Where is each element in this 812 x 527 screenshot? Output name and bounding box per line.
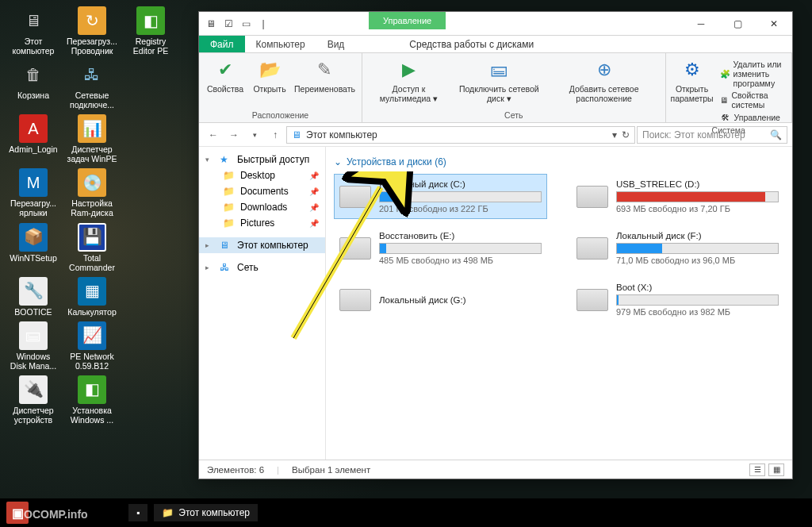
nav-quick-item[interactable]: 📁Desktop📌 [199, 167, 325, 183]
icon-label: Установка Windows ... [67, 406, 117, 425]
drive-item[interactable]: Boot (X:)979 МБ свободно из 982 МБ [571, 277, 784, 322]
icon-label: Windows Disk Mana... [8, 352, 59, 371]
cmd-icon: ▪ [136, 507, 140, 518]
item-label: Documents [240, 186, 289, 197]
chevron-down-icon[interactable]: ▾ [612, 129, 617, 140]
icon-label: WinNTSetup [10, 253, 57, 263]
ribbon-properties[interactable]: ✔Свойства [205, 56, 245, 109]
ribbon-open[interactable]: 📂Открыть [250, 56, 289, 109]
tab-manage[interactable]: Управление [369, 12, 446, 29]
desktop-icon[interactable]: 📈PE Network 0.59.B12 [67, 321, 117, 371]
nav-forward[interactable]: → [224, 125, 243, 144]
ribbon-rename[interactable]: ✎Переименовать [294, 56, 355, 109]
app-icon: ◧ [78, 375, 106, 404]
desktop-icon[interactable]: 📊Диспетчер задач WinPE [67, 114, 117, 163]
pin-icon: 📌 [309, 219, 319, 228]
window-controls: ─ ▢ ✕ [683, 12, 792, 36]
search-box[interactable]: Поиск: Этот компьютер 🔍 [637, 126, 787, 144]
pc-icon: 🖥 [204, 17, 218, 31]
qat-divider: | [256, 17, 270, 31]
app-icon: 🔌 [19, 375, 48, 404]
start-button[interactable]: ▣ [6, 502, 29, 524]
view-tiles[interactable]: ▦ [768, 464, 784, 476]
icon-label: Total Commander [67, 253, 117, 272]
desktop-icon[interactable]: 🖥Этот компьютер [8, 6, 59, 56]
ribbon: ✔Свойства 📂Открыть ✎Переименовать Распол… [199, 53, 792, 123]
desktop-icon[interactable]: 🖧Сетевые подключе... [67, 60, 117, 110]
drive-item[interactable]: Восстановить (E:)485 МБ свободно из 498 … [334, 225, 547, 271]
breadcrumb: Этот компьютер [306, 129, 377, 140]
drive-item[interactable]: USB_STRELEC (D:)693 МБ свободно из 7,20 … [571, 174, 784, 219]
path-box[interactable]: 🖥 Этот компьютер ▾ ↻ [286, 126, 635, 144]
nav-quick-access[interactable]: ▾★Быстрый доступ [199, 152, 325, 167]
ribbon-media[interactable]: ▶Доступ к мультимедиа ▾ [369, 56, 449, 109]
nav-quick-item[interactable]: 📁Documents📌 [199, 183, 325, 199]
folder-icon[interactable]: ▭ [239, 17, 253, 31]
ribbon-add-network[interactable]: ⊕Добавить сетевое расположение [550, 56, 659, 109]
desktop-icon[interactable]: MПерезагру... ярлыки [8, 168, 59, 217]
watermark: OCOMP.info [24, 508, 88, 521]
drive-item[interactable]: Локальный диск (G:) [334, 277, 547, 322]
desktop-icon[interactable]: ◧Registry Editor PE [125, 6, 176, 56]
drive-item[interactable]: Локальный диск (F:)71,0 МБ свободно из 9… [571, 225, 784, 271]
status-bar: Элементов: 6 | Выбран 1 элемент ☰ ▦ [199, 460, 792, 479]
desktop-icon[interactable]: 🖴Windows Disk Mana... [8, 321, 59, 371]
usage-bar [616, 191, 779, 202]
desktop-icon[interactable]: 🔌Диспетчер устройств [8, 375, 59, 425]
drive-icon [576, 289, 608, 311]
refresh-icon[interactable]: ↻ [622, 129, 630, 140]
group-label: Расположение [252, 109, 308, 122]
desktop-icon[interactable]: 📦WinNTSetup [8, 223, 59, 272]
tab-file[interactable]: Файл [199, 36, 245, 52]
taskbar-cmd[interactable]: ▪ [128, 504, 147, 521]
nav-quick-item[interactable]: 📁Pictures📌 [199, 215, 325, 231]
ribbon-sysprops[interactable]: 🖥Свойства системы [718, 90, 785, 110]
tab-view[interactable]: Вид [316, 36, 356, 52]
tab-computer[interactable]: Компьютер [245, 36, 316, 52]
app-icon: A [19, 114, 48, 143]
minimize-button[interactable]: ─ [683, 12, 719, 36]
nav-back[interactable]: ← [204, 125, 223, 144]
taskbar-explorer[interactable]: 📁Этот компьютер [154, 504, 258, 521]
desktop-icon[interactable]: ↻Перезагруз... Проводник [67, 6, 117, 56]
folder-icon: 📁 [162, 507, 174, 518]
close-button[interactable]: ✕ [756, 12, 792, 36]
drive-name: Boot (X:) [616, 283, 779, 292]
desktop-icon[interactable]: 🔧BOOTICE [8, 277, 59, 317]
maximize-button[interactable]: ▢ [719, 12, 756, 36]
drive-free: 979 МБ свободно из 982 МБ [616, 307, 779, 317]
nav-this-pc[interactable]: ▸🖥Этот компьютер [199, 237, 325, 253]
folder-icon: 📁 [223, 186, 236, 197]
tab-drive-tools[interactable]: Средства работы с дисками [398, 36, 545, 52]
item-label: Downloads [240, 202, 287, 213]
desktop-icon[interactable]: 🗑Корзина [8, 60, 59, 110]
ribbon-uninstall[interactable]: 🧩Удалить или изменить программу [718, 59, 785, 89]
usage-bar [616, 294, 779, 306]
desktop-icon[interactable]: 💿Настройка Ram-диска [67, 168, 117, 217]
nav-network[interactable]: ▸🖧Сеть [199, 260, 325, 275]
drive-name: USB_STRELEC (D:) [616, 179, 779, 189]
desktop-icon[interactable]: AAdmin_Login [8, 114, 59, 163]
nav-quick-item[interactable]: 📁Downloads📌 [199, 199, 325, 215]
icon-label: Registry Editor PE [125, 37, 176, 56]
props-icon[interactable]: ☑ [221, 17, 236, 31]
desktop-icon[interactable]: ▦Калькулятор [67, 277, 117, 317]
drive-icon [339, 237, 371, 260]
app-icon: 📊 [78, 114, 106, 143]
nav-up[interactable]: ↑ [266, 125, 285, 144]
ribbon-map-drive[interactable]: 🖴Подключить сетевой диск ▾ [454, 56, 545, 109]
nav-recent[interactable]: ▾ [245, 125, 264, 144]
desktop-icon[interactable]: 💾Total Commander [67, 223, 117, 272]
quick-access-toolbar: 🖥 ☑ ▭ | [199, 17, 275, 31]
drive-icon [339, 186, 371, 208]
group-label: Сеть [504, 109, 523, 122]
section-header[interactable]: ⌄Устройства и диски (6) [334, 153, 784, 174]
status-selection: Выбран 1 элемент [292, 465, 370, 475]
ribbon-manage[interactable]: 🛠Управление [718, 111, 785, 124]
icon-label: BOOTICE [14, 307, 52, 317]
drive-item[interactable]: Локальный диск (C:)201 ГБ свободно из 22… [334, 174, 547, 219]
view-details[interactable]: ☰ [749, 464, 765, 476]
ribbon-settings[interactable]: ⚙Открыть параметры [672, 56, 712, 124]
icon-label: Калькулятор [67, 307, 116, 317]
desktop-icon[interactable]: ◧Установка Windows ... [67, 375, 117, 425]
